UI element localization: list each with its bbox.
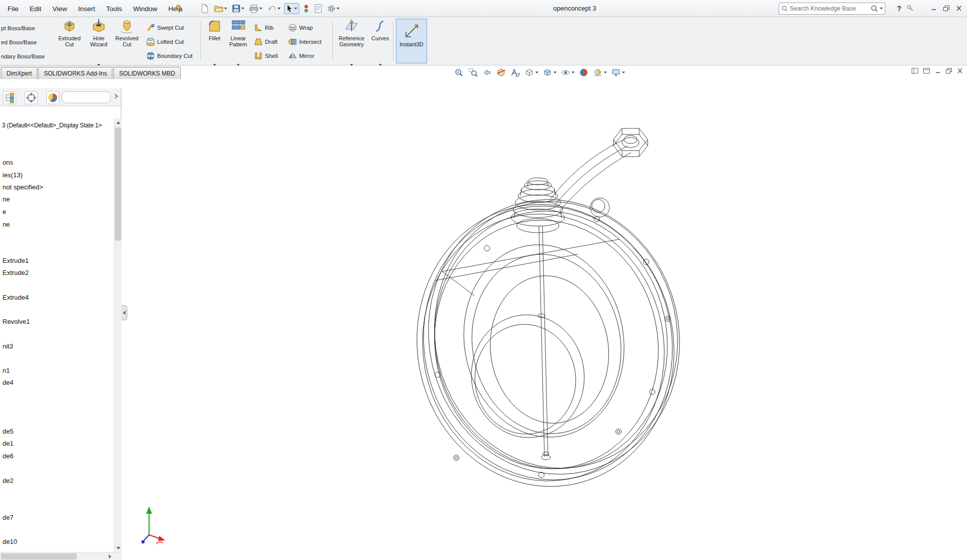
scroll-up-button[interactable] (114, 118, 122, 126)
tree-root-item[interactable]: 3 (Default<<Default>_Display State 1> (2, 120, 112, 130)
zoom-to-area-button[interactable] (467, 67, 478, 78)
dropdown-caret-icon[interactable] (336, 8, 339, 10)
restore-button[interactable] (941, 3, 952, 13)
fillet-button[interactable]: Fillet (203, 18, 226, 60)
dropdown-caret-icon[interactable] (241, 8, 244, 10)
revolved-cut-button[interactable]: Revolved Cut (113, 18, 141, 60)
view-settings-button[interactable] (610, 67, 626, 78)
dropdown-caret-icon[interactable] (604, 72, 607, 74)
taskpane-pin-icon[interactable] (906, 4, 914, 12)
tree-item-de6[interactable]: de6 (3, 451, 91, 461)
swept-cut-button[interactable]: Swept Cut (145, 22, 185, 33)
scroll-down-button[interactable] (114, 544, 122, 552)
tree-item-extrude2[interactable]: Extrude2 (3, 267, 91, 277)
tree-item-de10[interactable]: de10 (3, 536, 91, 546)
linear-pattern-button[interactable]: Linear Pattern (227, 18, 250, 60)
horizontal-scroll-thumb[interactable] (1, 553, 77, 559)
print-button[interactable] (248, 3, 263, 14)
search-input[interactable] (790, 5, 869, 12)
doc-restore-button[interactable] (946, 68, 952, 74)
tree-item-revolve1[interactable]: Revolve1 (3, 316, 91, 326)
scroll-right-button[interactable] (106, 552, 114, 560)
doc-close-button[interactable] (957, 68, 963, 74)
wrap-button[interactable]: Wrap (287, 22, 314, 33)
select-tool-button[interactable] (284, 3, 299, 14)
displaymanager-tab[interactable] (46, 91, 59, 104)
panel-expand-chevron-icon[interactable] (113, 93, 119, 100)
menu-tools[interactable]: Tools (101, 3, 128, 15)
tree-item-de1[interactable]: de1 (3, 438, 91, 448)
tree-item-knit3[interactable]: nit3 (3, 341, 91, 351)
boundary-cut-button[interactable]: Boundary Cut (145, 50, 193, 61)
annotation-views-button[interactable] (510, 67, 521, 78)
dropdown-caret-icon[interactable] (622, 72, 625, 74)
extruded-cut-button[interactable]: Extruded Cut (54, 18, 85, 60)
tree-item-solid-bodies[interactable]: ies(13) (3, 170, 91, 180)
mirror-button[interactable]: Mirror (287, 50, 315, 61)
tree-item-plane-3[interactable]: ne (3, 219, 91, 229)
curves-button[interactable]: Curves (370, 18, 391, 60)
new-window-button[interactable] (923, 68, 930, 74)
menu-file[interactable]: File (2, 3, 24, 15)
view-orientation-button[interactable] (524, 67, 539, 78)
draft-button[interactable]: Draft (253, 36, 279, 47)
tree-item-de4[interactable]: de4 (3, 377, 91, 387)
lofted-cut-button[interactable]: Lofted Cut (145, 36, 185, 47)
search-scope-icon[interactable] (781, 5, 788, 12)
previous-view-button[interactable] (481, 67, 493, 78)
propertymanager-tab[interactable] (25, 91, 38, 104)
menu-view[interactable]: View (47, 3, 73, 15)
dropdown-caret-icon[interactable] (224, 8, 227, 10)
reference-geometry-button[interactable]: Reference Geometry (335, 18, 368, 60)
edit-appearance-button[interactable] (578, 67, 589, 78)
options-button[interactable] (326, 3, 340, 14)
dropdown-caret-icon[interactable] (535, 72, 538, 74)
vertical-scroll-thumb[interactable] (115, 127, 121, 241)
close-button[interactable] (953, 3, 964, 13)
shell-button[interactable]: Shell (253, 50, 279, 61)
tree-item-n1[interactable]: n1 (3, 365, 91, 375)
tab-dimxpert[interactable]: DimXpert (1, 67, 37, 79)
dropdown-caret-icon[interactable] (294, 8, 297, 10)
tree-item-de7[interactable]: de7 (3, 512, 91, 522)
save-button[interactable] (231, 3, 245, 14)
featuremanager-tree-tab[interactable] (3, 91, 16, 104)
doc-minimize-button[interactable] (935, 68, 941, 74)
tree-item-extrude1[interactable]: Extrude1 (3, 255, 91, 265)
lofted-boss-base-button[interactable]: ed Boss/Base (1, 38, 37, 47)
menu-insert[interactable]: Insert (73, 3, 101, 15)
menu-pin-icon[interactable] (175, 4, 183, 12)
tab-solidworks-add-ins[interactable]: SOLIDWORKS Add-Ins (38, 67, 112, 79)
tree-horizontal-scrollbar[interactable] (0, 552, 121, 560)
dropdown-caret-icon[interactable] (259, 8, 262, 10)
boundary-boss-base-button[interactable]: ndary Boss/Base (1, 52, 45, 61)
reference-geometry-flyout-icon[interactable] (350, 64, 353, 66)
tree-filter-input[interactable] (61, 91, 111, 103)
tree-item-extrude4[interactable]: Extrude4 (3, 292, 91, 302)
hole-wizard-button[interactable]: Hole Wizard (86, 18, 112, 60)
dropdown-caret-icon[interactable] (554, 72, 557, 74)
hole-wizard-flyout-icon[interactable] (97, 64, 100, 66)
fillet-flyout-icon[interactable] (213, 64, 216, 66)
instant3d-button[interactable]: Instant3D (396, 19, 427, 63)
search-icon[interactable] (870, 5, 878, 13)
restore-panes-button[interactable] (912, 68, 918, 74)
tab-solidworks-mbd[interactable]: SOLIDWORKS MBD (113, 67, 180, 79)
intersect-button[interactable]: Intersect (287, 36, 322, 47)
rebuild-button[interactable] (302, 3, 311, 14)
menu-window[interactable]: Window (127, 3, 163, 15)
menu-edit[interactable]: Edit (24, 3, 47, 15)
panel-splitter-handle[interactable] (121, 305, 127, 320)
tree-item-material[interactable]: not specified> (3, 182, 91, 192)
tree-item-annotations[interactable]: ons (3, 157, 91, 167)
tree-item-plane-1[interactable]: ne (3, 194, 91, 204)
new-document-button[interactable] (199, 3, 210, 14)
help-button[interactable]: ? (894, 4, 904, 14)
dropdown-caret-icon[interactable] (572, 72, 575, 74)
open-button[interactable] (213, 3, 228, 14)
apply-scene-button[interactable] (592, 67, 607, 78)
curves-flyout-icon[interactable] (379, 64, 382, 66)
rib-button[interactable]: Rib (253, 22, 274, 33)
file-properties-button[interactable] (313, 3, 323, 14)
section-view-button[interactable] (496, 67, 507, 78)
